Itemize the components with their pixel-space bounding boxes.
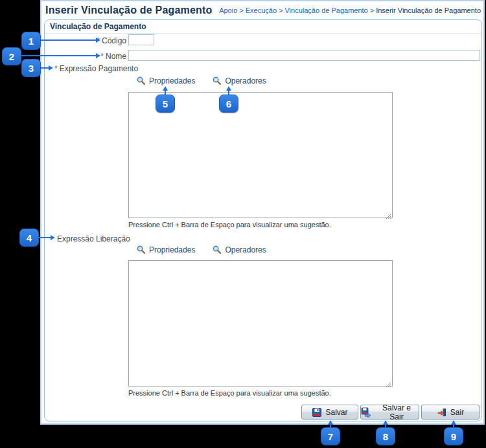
- callout-badge-4: 4: [19, 229, 39, 247]
- callout-arrowhead-6: [226, 86, 231, 91]
- callout-badge-2: 2: [2, 47, 21, 65]
- nome-input[interactable]: [128, 50, 480, 61]
- callout-arrowhead-4: [51, 235, 55, 240]
- expressao-liberacao-label: Expressão Liberação: [57, 234, 130, 243]
- sair-button[interactable]: Sair: [421, 405, 480, 420]
- callout-badge-8: 8: [376, 427, 395, 445]
- breadcrumb-separator: >: [239, 6, 243, 14]
- callout-arrow-3: [41, 67, 49, 69]
- page-title: Inserir Vinculação de Pagamento: [45, 5, 213, 16]
- callout-badge-7: 7: [321, 427, 340, 445]
- page-background: Inserir Vinculação de Pagamento Apoio>Ex…: [0, 0, 486, 448]
- codigo-input[interactable]: [128, 34, 154, 45]
- callout-arrowhead-8: [383, 420, 388, 425]
- lookup-row-liberacao: Propriedades Operadores: [136, 245, 266, 254]
- salvar-e-sair-button[interactable]: Salvar e Sair: [360, 405, 419, 420]
- magnifier-icon: [136, 76, 146, 85]
- operadores-link[interactable]: Operadores: [212, 76, 266, 85]
- magnifier-icon: [212, 245, 222, 254]
- salvar-button[interactable]: Salvar: [301, 405, 358, 420]
- breadcrumb-separator: >: [370, 6, 374, 14]
- callout-arrowhead-7: [328, 420, 333, 425]
- nome-label: *Nome: [58, 52, 126, 61]
- expressao-pagamento-label: *Expressão Pagamento: [54, 64, 138, 73]
- callout-badge-6: 6: [219, 95, 238, 113]
- suggestion-hint: Pressione Ctrl + Barra de Espaço para vi…: [128, 221, 331, 229]
- floppy-disk-icon: [312, 407, 322, 418]
- callout-arrowhead-3: [49, 65, 53, 71]
- callout-arrowhead-2: [96, 53, 100, 58]
- callout-arrowhead-1: [96, 38, 100, 43]
- suggestion-hint: Pressione Ctrl + Barra de Espaço para vi…: [128, 389, 331, 397]
- callout-arrowhead-9: [451, 420, 456, 425]
- breadcrumb-link-vinculacao[interactable]: Vinculação de Pagamento: [284, 6, 367, 14]
- callout-arrow-2: [21, 55, 96, 56]
- magnifier-icon: [136, 245, 146, 254]
- breadcrumb-separator: >: [279, 6, 283, 14]
- breadcrumb: Apoio>Execução>Vinculação de Pagamento>I…: [219, 6, 481, 14]
- floppy-disk-arrow-icon: [361, 407, 371, 418]
- callout-badge-9: 9: [444, 427, 463, 445]
- propriedades-link[interactable]: Propriedades: [136, 76, 195, 85]
- required-asterisk: *: [100, 52, 104, 61]
- breadcrumb-current: Inserir Vinculação de Pagamento: [376, 6, 481, 14]
- callout-arrow-1: [41, 39, 96, 41]
- callout-arrow-4: [39, 237, 51, 238]
- operadores-link-liberacao[interactable]: Operadores: [212, 245, 266, 254]
- lookup-row-pagamento: Propriedades Operadores: [136, 76, 266, 85]
- expressao-liberacao-textarea[interactable]: [128, 260, 393, 386]
- door-exit-icon: [437, 407, 447, 418]
- section-title: Vinculação de Pagamento: [45, 20, 481, 34]
- callout-badge-5: 5: [156, 95, 175, 113]
- breadcrumb-link-execucao[interactable]: Execução: [246, 6, 277, 14]
- required-asterisk: *: [54, 64, 58, 73]
- codigo-label: *Código: [58, 36, 126, 45]
- magnifier-icon: [212, 76, 222, 85]
- callout-arrowhead-5: [163, 86, 168, 91]
- callout-badge-1: 1: [21, 32, 41, 50]
- propriedades-link-liberacao[interactable]: Propriedades: [136, 245, 195, 254]
- breadcrumb-link-apoio[interactable]: Apoio: [219, 6, 237, 14]
- callout-badge-3: 3: [21, 59, 41, 77]
